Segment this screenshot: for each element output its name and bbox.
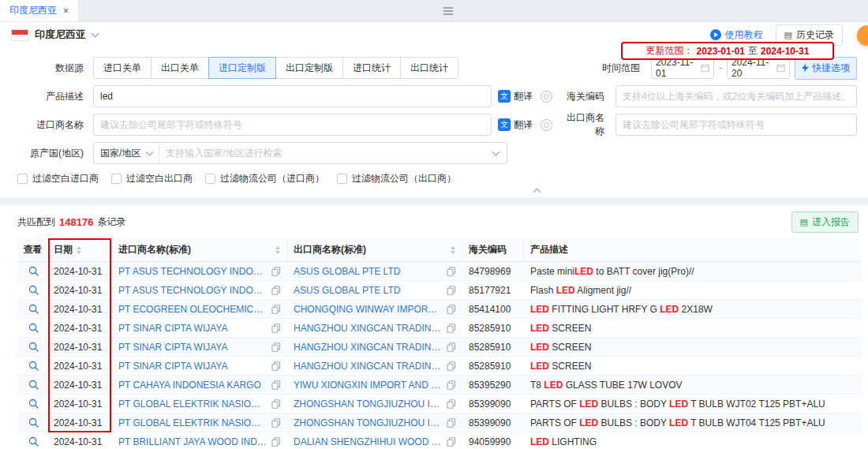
copy-icon[interactable]	[271, 267, 281, 276]
exporter-link[interactable]: CHONGQING WINWAY IMPORT AND E...	[294, 304, 442, 315]
date-to-input[interactable]: 2024-11-20	[727, 57, 790, 79]
view-record-icon[interactable]	[28, 342, 39, 352]
tab-indonesia[interactable]: 印度尼西亚 ×	[0, 0, 79, 21]
checkbox-filter-logistics-importer[interactable]: 过滤物流公司（进口商）	[205, 172, 324, 185]
copy-icon[interactable]	[447, 342, 456, 352]
copy-icon[interactable]	[271, 437, 281, 447]
importer-link[interactable]: PT ECOGREEN OLEOCHEMICALS	[118, 304, 267, 315]
calendar-icon	[776, 63, 785, 73]
highlighted-term: LED	[660, 304, 679, 315]
view-record-icon[interactable]	[28, 323, 39, 333]
copy-icon[interactable]	[271, 286, 281, 295]
sort-date-button[interactable]	[77, 246, 81, 254]
translate-button[interactable]: 文 翻译	[498, 90, 533, 103]
copy-icon[interactable]	[271, 380, 281, 390]
product-desc-cell: PARTS OF LED BULBS : BODY LED T BULB WJT…	[524, 417, 862, 428]
checkbox-icon[interactable]	[337, 174, 347, 184]
country-dropdown-icon[interactable]	[92, 30, 99, 38]
data-source-tab-import-custom[interactable]: 进口定制版	[208, 57, 276, 79]
importer-link[interactable]: PT GLOBAL ELEKTRIK NASIONAL	[118, 398, 267, 410]
enter-report-button[interactable]: ▤ 进入报告	[791, 211, 859, 233]
checkbox-icon[interactable]	[111, 174, 122, 184]
date-cell: 2024-10-31	[49, 417, 112, 428]
origin-country-input[interactable]	[159, 144, 493, 163]
importer-link[interactable]: PT SINAR CIPTA WIJAYA	[118, 323, 267, 334]
data-source-tab-export-custom[interactable]: 出口定制版	[275, 57, 343, 79]
view-record-icon[interactable]	[28, 285, 39, 295]
copy-icon[interactable]	[271, 324, 281, 333]
checkbox-icon[interactable]	[205, 174, 215, 184]
copy-icon[interactable]	[271, 361, 281, 371]
view-record-icon[interactable]	[28, 436, 39, 447]
view-record-icon[interactable]	[28, 266, 39, 276]
hs-code-input[interactable]	[615, 85, 857, 107]
copy-icon[interactable]	[271, 418, 281, 428]
importer-link[interactable]: PT GLOBAL ELEKTRIK NASIONAL	[118, 417, 267, 428]
copy-icon[interactable]	[447, 267, 456, 276]
sort-importer-button[interactable]	[275, 246, 280, 254]
copy-icon[interactable]	[447, 380, 456, 390]
copy-icon[interactable]	[447, 418, 456, 428]
exact-match-icon[interactable]	[541, 119, 552, 131]
exporter-link[interactable]: YIWU XIONGXIN IMPORT AND EXPORT...	[294, 380, 442, 391]
exporter-link[interactable]: ASUS GLOBAL PTE LTD	[294, 266, 442, 277]
exporter-cell: ZHONGSHAN TONGJIUZHOU INTERNA...	[287, 417, 462, 428]
importer-link[interactable]: PT SINAR CIPTA WIJAYA	[118, 342, 267, 353]
importer-link[interactable]: PT SINAR CIPTA WIJAYA	[118, 361, 267, 372]
checkbox-filter-blank-importer[interactable]: 过滤空白进口商	[17, 172, 99, 185]
exporter-link[interactable]: HANGZHOU XINGCAN TRADING CO LTD	[294, 323, 442, 334]
table-body: 2024-10-31PT ASUS TECHNOLOGY INDONESIA B…	[17, 262, 862, 449]
copy-icon[interactable]	[447, 305, 456, 314]
checkbox-filter-blank-exporter[interactable]: 过滤空白出口商	[111, 172, 193, 185]
data-source-tab-import-docs[interactable]: 进口关单	[93, 57, 152, 79]
highlighted-term: LED	[669, 398, 688, 410]
history-label: 历史记录	[796, 28, 834, 42]
origin-country-select[interactable]: 国家/地区	[94, 143, 159, 163]
importer-link[interactable]: PT ASUS TECHNOLOGY INDONESIA BA...	[118, 266, 267, 277]
tutorial-link[interactable]: 使用教程	[710, 28, 763, 42]
view-record-icon[interactable]	[28, 417, 39, 428]
view-record-icon[interactable]	[28, 398, 39, 409]
report-icon: ▤	[800, 217, 808, 227]
data-source-tab-export-stats[interactable]: 出口统计	[400, 57, 458, 79]
importer-name-input[interactable]	[93, 114, 492, 136]
exporter-link[interactable]: ZHONGSHAN TONGJIUZHOU INTERNA...	[294, 398, 442, 410]
product-desc-input[interactable]	[93, 85, 492, 107]
tab-close-icon[interactable]: ×	[63, 6, 69, 17]
translate-button[interactable]: 文 翻译	[498, 118, 533, 132]
copy-icon[interactable]	[271, 342, 281, 352]
copy-icon[interactable]	[271, 305, 281, 314]
highlighted-term: LED	[530, 361, 549, 372]
exporter-link[interactable]: ZHONGSHAN TONGJIUZHOU INTERNA...	[294, 417, 442, 428]
checkbox-filter-logistics-exporter[interactable]: 过滤物流公司（出口商）	[337, 172, 456, 185]
checkbox-icon[interactable]	[17, 174, 28, 184]
exporter-link[interactable]: DALIAN SHENGZHIHUI WOOD INDUST...	[294, 436, 442, 447]
exporter-name-input[interactable]	[615, 114, 857, 136]
date-from-input[interactable]: 2023-11-01	[651, 57, 714, 79]
copy-icon[interactable]	[447, 286, 456, 295]
exporter-link[interactable]: ASUS GLOBAL PTE LTD	[294, 285, 442, 296]
collapse-filters-button[interactable]	[11, 185, 857, 197]
sort-exporter-button[interactable]	[451, 246, 455, 254]
data-source-tab-export-docs[interactable]: 出口关单	[151, 57, 209, 79]
filter-checkboxes: 过滤空白进口商 过滤空白出口商 过滤物流公司（进口商） 过滤物流公司（出口商）	[17, 172, 857, 185]
view-record-icon[interactable]	[28, 361, 39, 371]
copy-icon[interactable]	[447, 437, 456, 447]
exact-match-icon[interactable]	[541, 91, 552, 103]
exporter-link[interactable]: HANGZHOU XINGCAN TRADING CO LTD	[294, 361, 442, 372]
hs-code-cell: 85399090	[462, 417, 524, 428]
copy-icon[interactable]	[271, 399, 281, 409]
update-range-to: 2024-10-31	[761, 46, 809, 57]
highlighted-term: LED	[556, 285, 575, 296]
copy-icon[interactable]	[447, 399, 456, 409]
tab-menu-icon[interactable]	[443, 7, 453, 9]
view-record-icon[interactable]	[28, 304, 39, 314]
data-source-tab-import-stats[interactable]: 进口统计	[342, 57, 401, 79]
importer-link[interactable]: PT ASUS TECHNOLOGY INDONESIA BA...	[118, 285, 267, 296]
view-record-icon[interactable]	[28, 380, 39, 390]
exporter-link[interactable]: HANGZHOU XINGCAN TRADING CO LTD	[294, 342, 442, 353]
copy-icon[interactable]	[447, 361, 456, 371]
importer-link[interactable]: PT BRILLIANT JAYA WOOD INDUSTRY	[118, 436, 267, 447]
importer-link[interactable]: PT CAHAYA INDONESIA KARGO	[118, 380, 267, 391]
copy-icon[interactable]	[447, 324, 456, 333]
